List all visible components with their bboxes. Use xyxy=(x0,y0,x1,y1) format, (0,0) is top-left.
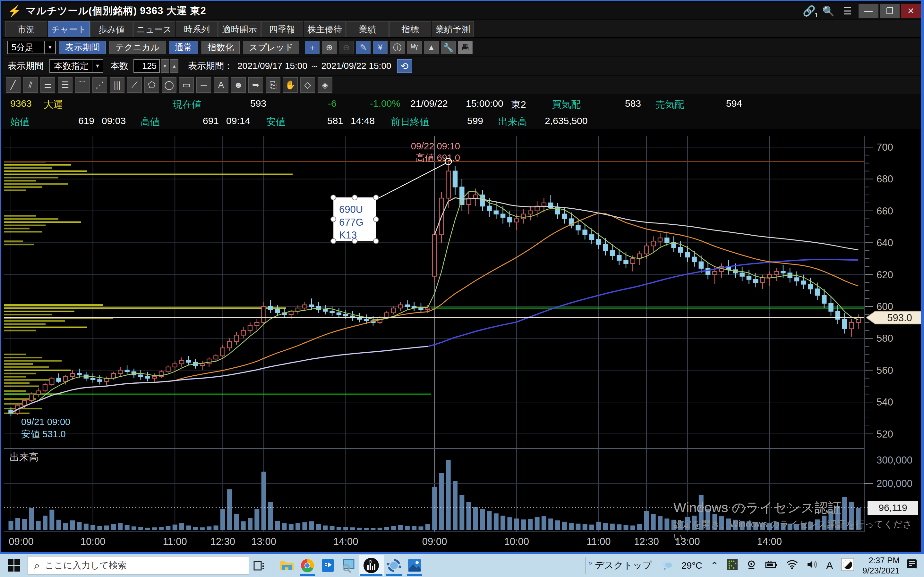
volume-bar xyxy=(118,523,123,530)
speaker-icon[interactable] xyxy=(806,560,818,572)
price-chart[interactable]: 700680660640620600580560540520300,000200… xyxy=(1,129,924,552)
wrench-icon[interactable]: 🔧 xyxy=(441,41,456,54)
zoom-out-icon[interactable]: ⊖ xyxy=(339,41,354,54)
tab-市況[interactable]: 市況 xyxy=(5,21,47,37)
weather-icon[interactable] xyxy=(660,559,673,572)
erase-all-tool[interactable]: ◈ xyxy=(318,77,333,93)
menu-icon[interactable]: ☰ xyxy=(838,5,857,17)
volume-bar xyxy=(63,523,68,530)
interval-select[interactable]: 5分足 ▼ xyxy=(7,41,56,54)
toolbar-button-通常[interactable]: 通常 xyxy=(169,41,198,54)
two-horizontal-lines-tool[interactable]: ⚌ xyxy=(40,77,55,93)
toolbar-button-指数化[interactable]: 指数化 xyxy=(202,41,240,54)
search-icon[interactable]: 🔍 xyxy=(819,5,838,17)
ellipse-tool[interactable]: ◯ xyxy=(162,77,176,93)
tab-チャート[interactable]: チャート xyxy=(48,21,90,37)
volume-profile-bar xyxy=(4,379,52,381)
fibonacci-arc-tool[interactable]: ⌒ xyxy=(75,77,90,93)
file-explorer-icon[interactable] xyxy=(276,555,297,576)
print-icon[interactable]: 🖶 xyxy=(458,41,473,54)
time-axis-label: 12:30 xyxy=(210,536,236,547)
candle-body xyxy=(843,319,846,329)
ray-line-tool[interactable]: ⟋ xyxy=(127,77,142,93)
trading-app-icon[interactable]: R xyxy=(359,555,384,576)
volume-value: 2,635,500 xyxy=(545,115,588,126)
toolbar-button-テクニカル[interactable]: テクニカル xyxy=(109,41,166,54)
hand-tool[interactable]: ✋ xyxy=(283,77,298,93)
info-icon[interactable]: ⓘ xyxy=(390,41,405,54)
tab-適時開示[interactable]: 適時開示 xyxy=(218,21,260,37)
volume-bar xyxy=(617,524,622,530)
three-horizontal-lines-tool[interactable]: ☰ xyxy=(58,77,73,93)
ime-mode-letter[interactable]: A xyxy=(826,560,833,572)
tray-expand-icon[interactable]: ⌃ xyxy=(711,560,718,571)
candle-body xyxy=(494,211,498,214)
copy-object-tool[interactable]: ⎘ xyxy=(266,77,280,93)
count-input[interactable]: 125 xyxy=(134,59,160,73)
tab-業績[interactable]: 業績 xyxy=(347,21,389,37)
task-view-button[interactable] xyxy=(249,555,270,576)
link-icon[interactable]: 🔗1 xyxy=(800,5,819,17)
restore-button[interactable]: ❐ xyxy=(880,4,900,18)
toolbar-button-表示期間[interactable]: 表示期間 xyxy=(59,41,106,54)
drawing-toolbar: ╱⫽⚌☰⌒⋰|||⟋⬠◯▭─A☻➥⎘✋◇◈ xyxy=(3,76,921,94)
overflow-chevron[interactable]: » xyxy=(589,559,592,566)
text-tool[interactable]: A xyxy=(214,77,228,93)
rectangle-tool[interactable]: ▭ xyxy=(179,77,194,93)
volume-bar xyxy=(323,525,328,530)
zoom-in-icon[interactable]: ⊕ xyxy=(322,41,336,54)
horizontal-segment-tool[interactable]: ─ xyxy=(196,77,211,93)
area-chart-icon[interactable]: ▲ xyxy=(424,41,439,54)
volume-profile-bar xyxy=(4,308,286,309)
crosshair-plus-icon[interactable]: ＋ xyxy=(305,41,320,54)
sync-app-icon[interactable] xyxy=(384,555,404,576)
volume-profile-bar xyxy=(4,180,36,181)
tab-ニュース[interactable]: ニュース xyxy=(133,21,175,37)
volume-profile-bar xyxy=(4,311,74,312)
chrome-icon[interactable] xyxy=(297,555,318,576)
count-increment-button[interactable]: ▲ xyxy=(170,59,178,73)
wifi-icon[interactable] xyxy=(787,560,798,572)
notification-center-icon[interactable] xyxy=(906,558,918,573)
desktop-toolbar[interactable]: » デスクトップ xyxy=(589,559,652,572)
weather-temp[interactable]: 29°C xyxy=(682,560,702,571)
count-decrement-button[interactable]: ▼ xyxy=(161,59,169,73)
start-button[interactable] xyxy=(8,559,21,572)
yen-icon[interactable]: ¥ xyxy=(373,41,388,54)
video-editor-icon[interactable] xyxy=(318,555,338,576)
minimize-button[interactable]: — xyxy=(859,4,879,18)
led-status-icon[interactable] xyxy=(727,559,738,572)
app-logo-icon: ⚡ xyxy=(8,5,21,17)
icon-stamp-tool[interactable]: ☻ xyxy=(231,77,246,93)
my-chart-icon[interactable]: ᴹᵞ xyxy=(407,41,422,54)
candle-body xyxy=(747,276,751,279)
vertical-lines-tool[interactable]: ||| xyxy=(110,77,124,93)
reload-button[interactable]: ⟲ xyxy=(397,59,412,73)
taskbar-clock[interactable]: 2:37 PM 9/23/2021 xyxy=(863,555,900,576)
pentagon-tool[interactable]: ⬠ xyxy=(144,77,159,93)
trend-line-tool[interactable]: ╱ xyxy=(6,77,21,93)
ime-icon[interactable] xyxy=(841,558,854,573)
close-button[interactable]: ✕ xyxy=(901,4,921,18)
pointer-action-tool[interactable]: ➥ xyxy=(248,77,263,93)
toolbar-button-スプレッド[interactable]: スプレッド xyxy=(243,41,299,54)
volume-bar xyxy=(254,509,259,530)
selection-handle xyxy=(352,195,357,200)
battery-icon[interactable] xyxy=(765,560,778,571)
photos-app-icon[interactable] xyxy=(404,555,425,576)
pencil-icon[interactable]: ✎ xyxy=(356,41,371,54)
tab-歩み値[interactable]: 歩み値 xyxy=(90,21,132,37)
webcam-icon[interactable] xyxy=(746,559,757,572)
period-mode-select[interactable]: 本数指定 ▼ xyxy=(49,59,103,73)
current-price-label: 現在値 xyxy=(173,98,202,111)
tab-業績予測[interactable]: 業績予測 xyxy=(432,21,474,37)
parallel-line-tool[interactable]: ⫽ xyxy=(23,77,38,93)
snipping-tool-icon[interactable] xyxy=(338,555,359,576)
tab-時系列[interactable]: 時系列 xyxy=(176,21,218,37)
tab-指標[interactable]: 指標 xyxy=(389,21,431,37)
taskbar-search-input[interactable]: ⌕ ここに入力して検索 xyxy=(27,556,249,575)
tab-四季報[interactable]: 四季報 xyxy=(261,21,303,37)
tab-株主優待[interactable]: 株主優待 xyxy=(304,21,346,37)
eraser-tool[interactable]: ◇ xyxy=(300,77,315,93)
fan-line-tool[interactable]: ⋰ xyxy=(92,77,107,93)
